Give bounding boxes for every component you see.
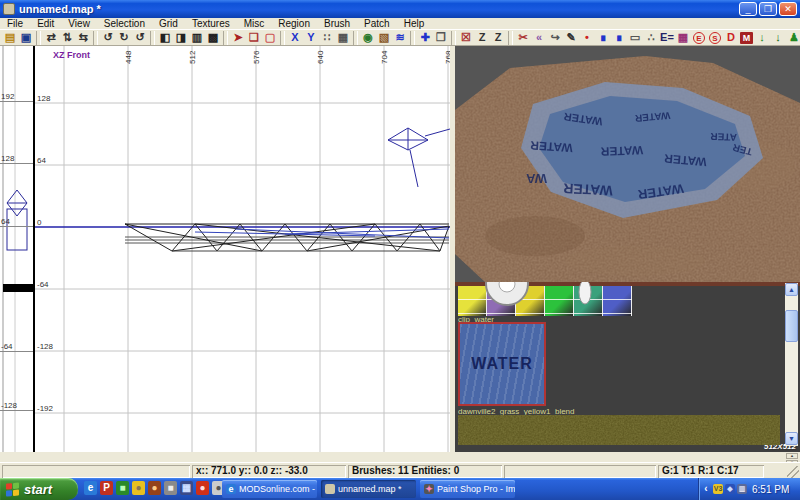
tray-chevron-icon[interactable]: ‹ xyxy=(701,484,711,494)
tray-icon-net[interactable]: ◆ xyxy=(725,484,735,494)
boxed-m-icon[interactable]: M xyxy=(740,32,753,44)
rotate-x-icon[interactable]: ↺ xyxy=(100,30,116,45)
flip-x-icon[interactable]: ⇄ xyxy=(43,30,59,45)
redirect-icon[interactable]: ↪ xyxy=(547,30,563,45)
viewport-2d-front[interactable]: XZ Front 448512576640704768128640-64-128… xyxy=(35,46,450,452)
tray-icon-display[interactable]: ▥ xyxy=(737,484,747,494)
menu-selection[interactable]: Selection xyxy=(97,18,152,29)
rotate-z-icon[interactable]: ↺ xyxy=(132,30,148,45)
point-tool-icon[interactable]: • xyxy=(579,30,595,45)
brush-tool-1-icon[interactable]: ◧ xyxy=(157,30,173,45)
scroll-up-button[interactable]: ▲ xyxy=(785,283,798,296)
save-file-icon[interactable]: ▣ xyxy=(18,30,34,45)
grass-texture-thumb[interactable] xyxy=(458,415,780,445)
menu-help[interactable]: Help xyxy=(397,18,432,29)
popup-window-icon[interactable]: ❒ xyxy=(433,30,449,45)
menu-file[interactable]: File xyxy=(0,18,30,29)
clone-tool-icon[interactable]: ❏ xyxy=(246,30,262,45)
open-file-icon[interactable]: ▤ xyxy=(2,30,18,45)
start-button[interactable]: start xyxy=(0,478,78,500)
grid-graphics xyxy=(35,46,450,452)
taskbar-task-3[interactable]: ✦Paint Shop Pro - Image9 xyxy=(420,480,515,498)
circle-s-icon[interactable]: S xyxy=(709,32,721,44)
toolbar-separator xyxy=(508,31,513,45)
menu-view[interactable]: View xyxy=(61,18,97,29)
flip-y-icon[interactable]: ⇅ xyxy=(59,30,75,45)
menu-grid[interactable]: Grid xyxy=(152,18,185,29)
lock-2-icon[interactable]: ∎ xyxy=(611,30,627,45)
swatch-tool-icon[interactable]: ▧ xyxy=(376,30,392,45)
lock-1-icon[interactable]: ∎ xyxy=(595,30,611,45)
entity-eq-icon[interactable]: E= xyxy=(659,30,675,45)
doc-app-icon[interactable]: ▦ xyxy=(180,481,193,495)
cam-grid-icon[interactable]: ▦ xyxy=(335,30,351,45)
brush-tool-4-icon[interactable]: ▩ xyxy=(205,30,221,45)
brown-app-icon[interactable]: ● xyxy=(148,481,161,495)
surface-tool-icon[interactable]: ≋ xyxy=(392,30,408,45)
cut-tool-icon[interactable]: ✂ xyxy=(515,30,531,45)
menu-brush[interactable]: Brush xyxy=(317,18,357,29)
angle-left-icon[interactable]: « xyxy=(531,30,547,45)
x-box-icon[interactable]: ☒ xyxy=(458,30,474,45)
circle-e-icon[interactable]: E xyxy=(693,32,705,44)
player-start-icon[interactable]: ♟ xyxy=(786,30,800,45)
menu-patch[interactable]: Patch xyxy=(357,18,397,29)
resize-grip[interactable] xyxy=(787,466,799,478)
taskbar-task-2[interactable]: unnamed.map * xyxy=(321,480,416,498)
texture-scrollbar[interactable]: ▲ ▼ xyxy=(785,283,798,446)
minimize-button[interactable]: _ xyxy=(739,2,757,16)
taskbar-task-1[interactable]: eMODSonline.com - - ... xyxy=(222,480,317,498)
scroll-down-button[interactable]: ▼ xyxy=(785,432,798,445)
ruler-tick: 192 xyxy=(1,92,14,101)
texlock-y-icon[interactable]: Y xyxy=(303,30,319,45)
move-tool-icon[interactable]: ✚ xyxy=(417,30,433,45)
gray-app-icon[interactable]: ■ xyxy=(164,481,177,495)
taskbar: start eP■●●■▦●●◉ eMODSonline.com - - ...… xyxy=(0,478,800,500)
cursor-dots-icon[interactable]: ∴ xyxy=(643,30,659,45)
draw-tool-icon[interactable]: ✎ xyxy=(563,30,579,45)
flip-z-icon[interactable]: ⇆ xyxy=(75,30,91,45)
color-grid-icon[interactable]: ▦ xyxy=(675,30,691,45)
ie-icon[interactable]: e xyxy=(84,481,97,495)
status-counters: G:1 T:1 R:1 C:17 L:MR xyxy=(658,465,764,478)
water-texture-thumb-selected[interactable]: WATER xyxy=(458,322,546,406)
grid-tick-left: -128 xyxy=(37,342,53,351)
status-brush-count: Brushes: 11 Entities: 0 xyxy=(348,465,502,478)
region-box-icon[interactable]: ▭ xyxy=(627,30,643,45)
status-panel-empty-2 xyxy=(504,465,656,478)
spinner-up-button[interactable]: ▲ xyxy=(786,453,798,459)
yellow-app-icon[interactable]: ● xyxy=(132,481,145,495)
drop-arrow-2-icon[interactable]: ↓ xyxy=(770,30,786,45)
green-app-icon[interactable]: ■ xyxy=(116,481,129,495)
brush-tool-2-icon[interactable]: ◨ xyxy=(173,30,189,45)
drop-arrow-1-icon[interactable]: ↓ xyxy=(754,30,770,45)
entity-tool-icon[interactable]: ➤ xyxy=(230,30,246,45)
menu-region[interactable]: Region xyxy=(271,18,317,29)
texture-browser[interactable]: 512X512 clip_water WATER dawnville2_gras… xyxy=(455,282,800,452)
viewport-3d[interactable]: WATERWATERATERWATERWATERWATERWAWATERWATE… xyxy=(455,46,800,282)
toolbar-separator xyxy=(36,31,41,45)
texlock-x-icon[interactable]: X xyxy=(287,30,303,45)
ruler-tick: -64 xyxy=(1,342,13,351)
region-tool-icon[interactable]: ▢ xyxy=(262,30,278,45)
z-view-2-icon[interactable]: Z xyxy=(490,30,506,45)
brush-tool-3-icon[interactable]: ▥ xyxy=(189,30,205,45)
z-axis-ruler[interactable]: 19212864-64-128 xyxy=(0,46,35,452)
letter-d-icon[interactable]: D xyxy=(723,30,739,45)
rotate-y-icon[interactable]: ↻ xyxy=(116,30,132,45)
svg-text:WATER: WATER xyxy=(563,180,613,199)
bottom-strip: ▲ ▼ xyxy=(0,452,800,462)
close-button[interactable]: ✕ xyxy=(779,2,797,16)
tray-icon-v3[interactable]: V3 xyxy=(713,484,723,494)
menu-edit[interactable]: Edit xyxy=(30,18,61,29)
sphere-tool-icon[interactable]: ◉ xyxy=(360,30,376,45)
menu-textures[interactable]: Textures xyxy=(185,18,237,29)
title-bar[interactable]: unnamed.map * _ ❐ ✕ xyxy=(0,0,800,18)
scrollbar-thumb[interactable] xyxy=(785,310,798,342)
red-circle-icon[interactable]: ● xyxy=(196,481,209,495)
mail-icon[interactable]: P xyxy=(100,481,113,495)
menu-misc[interactable]: Misc xyxy=(237,18,272,29)
tex-tile-icon[interactable]: ∷ xyxy=(319,30,335,45)
maximize-button[interactable]: ❐ xyxy=(759,2,777,16)
z-view-1-icon[interactable]: Z xyxy=(474,30,490,45)
